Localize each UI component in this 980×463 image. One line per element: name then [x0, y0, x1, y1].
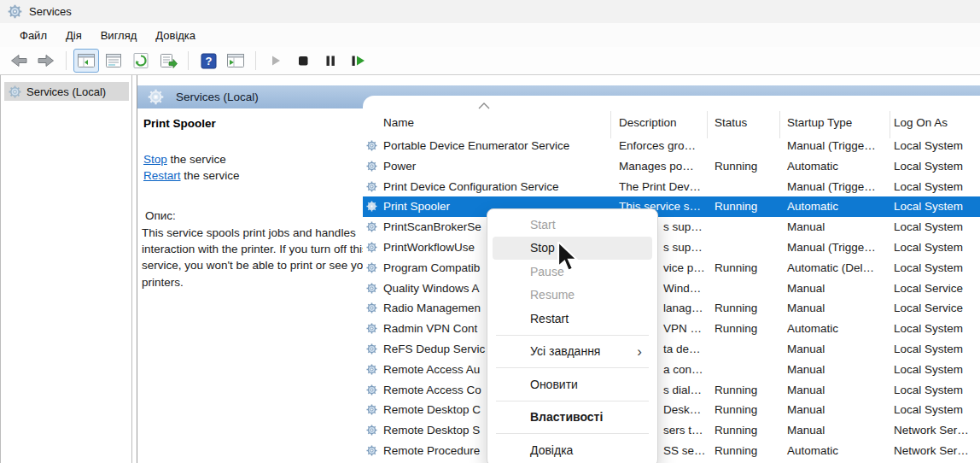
service-row[interactable]: Print Spooler This service s… Running Au…	[363, 196, 980, 217]
service-row[interactable]: ReFS Dedup Servic ta de… Manual Local Sy…	[363, 339, 980, 360]
cell-name: Radmin VPN Cont	[383, 319, 477, 339]
column-divider	[610, 111, 611, 138]
service-row[interactable]: Remote Access Au a con… Manual Local Sys…	[363, 360, 980, 380]
cell-name: Power	[383, 156, 416, 177]
menu-item-resume[interactable]: Resume	[493, 284, 652, 308]
column-divider	[779, 111, 780, 138]
service-gear-icon	[366, 221, 377, 235]
menu-item-label: Усі завдання	[530, 344, 600, 358]
service-row[interactable]: Print Device Configuration Service The P…	[363, 177, 980, 197]
cell-description: s sup…	[663, 237, 703, 258]
service-row[interactable]: PrintWorkflowUse s sup… Manual (Trigge… …	[363, 237, 980, 258]
cell-startup-type: Automatic	[787, 319, 838, 339]
restart-service-link[interactable]: Restart	[143, 169, 181, 182]
menu-item-label: Pause	[530, 265, 564, 278]
cell-log-on-as: Local System	[894, 360, 963, 380]
menu-item-properties[interactable]: Властивості	[493, 406, 652, 430]
menu-item-start[interactable]: Start	[493, 213, 652, 237]
service-gear-icon	[366, 140, 377, 154]
cell-status: Running	[715, 441, 757, 461]
menu-item-refresh[interactable]: Оновити	[493, 372, 652, 396]
tree-item-services-local[interactable]: Services (Local)	[4, 82, 129, 101]
menu-item-stop[interactable]: Stop	[493, 237, 652, 261]
services-gear-icon	[148, 89, 164, 105]
service-row[interactable]: Remote Procedure SS se… Running Automati…	[363, 441, 980, 461]
cell-status: Running	[715, 400, 757, 420]
cell-description: The Print Dev…	[619, 177, 701, 197]
column-header-status[interactable]: Status	[715, 116, 747, 129]
restart-service-icon[interactable]	[345, 49, 370, 73]
cell-description: s sup…	[663, 217, 703, 237]
service-row[interactable]: Power Manages po… Running Automatic Loca…	[363, 156, 980, 177]
sort-ascending-icon[interactable]	[478, 103, 490, 109]
menu-item-label: Resume	[530, 288, 575, 302]
service-row[interactable]: Remote Access Co s dial… Running Manual …	[363, 380, 980, 401]
cell-description: vice p…	[663, 258, 705, 278]
cell-log-on-as: Network Ser…	[894, 441, 969, 461]
menu-action[interactable]: Дія	[56, 26, 91, 44]
cell-log-on-as: Local System	[894, 400, 963, 420]
cell-startup-type: Manual	[787, 400, 825, 420]
service-gear-icon	[366, 323, 377, 337]
description-label: Опис:	[145, 209, 176, 222]
menu-item-restart[interactable]: Restart	[493, 307, 652, 331]
menu-separator	[496, 401, 649, 401]
menu-separator	[496, 367, 649, 368]
service-row[interactable]: Radmin VPN Cont VPN … Running Automatic …	[363, 319, 980, 339]
forward-icon[interactable]	[33, 49, 59, 73]
menu-help[interactable]: Довідка	[146, 26, 205, 44]
export-list-icon[interactable]	[155, 49, 181, 73]
rows: Portable Device Enumerator Service Enfor…	[363, 136, 980, 463]
show-action-pane-icon[interactable]	[223, 49, 248, 73]
menu-item-label: Довідка	[530, 443, 573, 457]
titlebar: Services	[0, 0, 980, 23]
service-row[interactable]: PrintScanBrokerSe s sup… Manual Local Sy…	[363, 217, 980, 237]
refresh-icon[interactable]	[128, 49, 154, 73]
start-service-icon[interactable]	[263, 49, 289, 73]
pause-service-icon[interactable]	[318, 49, 343, 73]
menu-item-label: Stop	[530, 241, 555, 255]
context-menu: Start Stop Pause Resume Restart Усі завд…	[487, 208, 658, 463]
show-console-tree-icon[interactable]	[73, 49, 99, 73]
stop-service-link[interactable]: Stop	[143, 153, 167, 166]
cell-log-on-as: Local System	[894, 380, 963, 401]
cell-startup-type: Manual	[787, 380, 825, 401]
stop-link-suffix: the service	[167, 153, 226, 166]
cell-log-on-as: Local Service	[894, 278, 963, 299]
cell-name: Radio Managemen	[383, 298, 481, 319]
menu-item-label: Оновити	[530, 378, 578, 391]
stop-service-icon[interactable]	[290, 49, 316, 73]
service-gear-icon	[366, 364, 377, 378]
cell-log-on-as: Local System	[894, 237, 963, 258]
service-row[interactable]: Portable Device Enumerator Service Enfor…	[363, 136, 980, 156]
properties-icon[interactable]	[101, 49, 126, 73]
column-header-description[interactable]: Description	[619, 116, 677, 129]
service-description: This service spools print jobs and handl…	[142, 225, 374, 290]
column-divider	[890, 111, 890, 138]
cell-description: ta de…	[663, 339, 701, 360]
column-header-startup-type[interactable]: Startup Type	[787, 116, 852, 129]
extended-header-title: Services (Local)	[176, 91, 259, 103]
service-row[interactable]: Radio Managemen lanag… Running Manual Lo…	[363, 298, 980, 319]
column-header-name[interactable]: Name	[383, 116, 414, 129]
menu-item-help[interactable]: Довідка	[493, 438, 652, 462]
back-icon[interactable]	[6, 49, 32, 73]
column-header-log-on-as[interactable]: Log On As	[894, 116, 948, 129]
service-gear-icon	[366, 404, 377, 418]
menu-file[interactable]: Файл	[10, 26, 56, 44]
cell-startup-type: Automatic	[787, 156, 838, 177]
cell-name: ReFS Dedup Servic	[383, 339, 485, 360]
service-row[interactable]: Program Compatib vice p… Running Automat…	[363, 258, 980, 278]
service-row[interactable]: Quality Windows A Wind… Manual Local Ser…	[363, 278, 980, 299]
menu-view[interactable]: Вигляд	[91, 26, 147, 44]
menu-item-label: Restart	[530, 312, 569, 325]
cell-name: Remote Procedure	[383, 441, 480, 461]
service-row[interactable]: Remote Desktop C Desk… Running Manual Lo…	[363, 400, 980, 420]
cell-startup-type: Automatic (Del…	[787, 258, 874, 278]
menu-item-all-tasks[interactable]: Усі завдання ›	[493, 340, 652, 364]
service-row[interactable]: Remote Desktop S sers t… Running Manual …	[363, 420, 980, 441]
menu-item-pause[interactable]: Pause	[493, 260, 652, 284]
help-icon[interactable]: ?	[195, 49, 221, 73]
cell-startup-type: Manual	[787, 339, 825, 360]
cell-description: SS se…	[663, 441, 706, 461]
